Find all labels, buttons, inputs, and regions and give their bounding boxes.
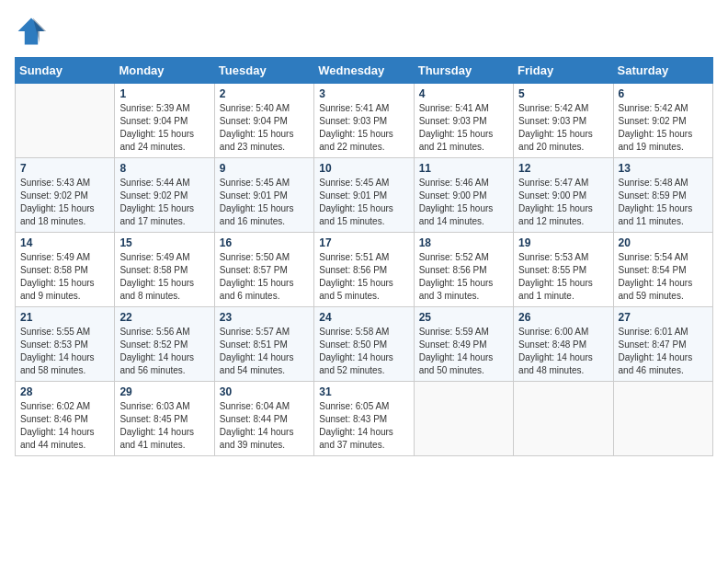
day-number: 14 [20,236,109,249]
day-number: 29 [119,385,209,398]
day-info: Sunrise: 5:54 AM Sunset: 8:54 PM Dayligh… [619,251,708,303]
day-number: 9 [220,162,309,175]
day-cell [514,382,613,456]
day-info: Sunrise: 6:02 AM Sunset: 8:46 PM Dayligh… [20,400,109,452]
day-cell: 14Sunrise: 5:49 AM Sunset: 8:58 PM Dayli… [16,233,115,307]
day-info: Sunrise: 5:42 AM Sunset: 9:02 PM Dayligh… [619,102,708,154]
day-info: Sunrise: 5:45 AM Sunset: 9:01 PM Dayligh… [220,177,309,228]
day-number: 1 [119,87,209,100]
day-cell: 8Sunrise: 5:44 AM Sunset: 9:02 PM Daylig… [115,158,214,233]
day-cell: 11Sunrise: 5:46 AM Sunset: 9:00 PM Dayli… [414,158,513,233]
day-cell: 6Sunrise: 5:42 AM Sunset: 9:02 PM Daylig… [613,84,712,158]
day-number: 20 [619,236,708,249]
day-number: 18 [419,236,508,249]
week-row-4: 21Sunrise: 5:55 AM Sunset: 8:53 PM Dayli… [16,307,713,382]
page-header [15,15,713,48]
day-number: 15 [119,236,209,249]
day-info: Sunrise: 5:58 AM Sunset: 8:50 PM Dayligh… [319,326,408,377]
day-number: 17 [319,236,408,249]
day-number: 5 [518,87,608,100]
day-info: Sunrise: 5:50 AM Sunset: 8:57 PM Dayligh… [220,251,309,303]
day-number: 22 [119,311,209,324]
day-cell: 26Sunrise: 6:00 AM Sunset: 8:48 PM Dayli… [514,307,613,382]
day-number: 13 [619,162,708,175]
logo [15,15,51,48]
day-cell: 22Sunrise: 5:56 AM Sunset: 8:52 PM Dayli… [115,307,214,382]
day-info: Sunrise: 5:39 AM Sunset: 9:04 PM Dayligh… [119,102,209,154]
day-info: Sunrise: 6:01 AM Sunset: 8:47 PM Dayligh… [619,326,708,377]
day-cell: 7Sunrise: 5:43 AM Sunset: 9:02 PM Daylig… [16,158,115,233]
day-info: Sunrise: 6:05 AM Sunset: 8:43 PM Dayligh… [319,400,408,452]
day-cell: 12Sunrise: 5:47 AM Sunset: 9:00 PM Dayli… [514,158,613,233]
day-cell: 2Sunrise: 5:40 AM Sunset: 9:04 PM Daylig… [214,84,313,158]
day-info: Sunrise: 5:42 AM Sunset: 9:03 PM Dayligh… [518,102,608,154]
week-row-3: 14Sunrise: 5:49 AM Sunset: 8:58 PM Dayli… [16,233,713,307]
day-cell: 31Sunrise: 6:05 AM Sunset: 8:43 PM Dayli… [314,382,414,456]
header-cell-tuesday: Tuesday [214,58,313,84]
day-cell: 17Sunrise: 5:51 AM Sunset: 8:56 PM Dayli… [314,233,414,307]
logo-icon [15,15,48,48]
day-cell: 29Sunrise: 6:03 AM Sunset: 8:45 PM Dayli… [115,382,214,456]
day-info: Sunrise: 5:43 AM Sunset: 9:02 PM Dayligh… [20,177,109,228]
day-info: Sunrise: 5:44 AM Sunset: 9:02 PM Dayligh… [119,177,209,228]
day-number: 4 [419,87,508,100]
day-info: Sunrise: 6:04 AM Sunset: 8:44 PM Dayligh… [220,400,309,452]
header-cell-friday: Friday [514,58,613,84]
day-number: 2 [220,87,309,100]
day-info: Sunrise: 5:56 AM Sunset: 8:52 PM Dayligh… [119,326,209,377]
day-info: Sunrise: 6:03 AM Sunset: 8:45 PM Dayligh… [119,400,209,452]
day-cell: 25Sunrise: 5:59 AM Sunset: 8:49 PM Dayli… [414,307,513,382]
day-number: 31 [319,385,408,398]
day-number: 24 [319,311,408,324]
week-row-5: 28Sunrise: 6:02 AM Sunset: 8:46 PM Dayli… [16,382,713,456]
day-info: Sunrise: 6:00 AM Sunset: 8:48 PM Dayligh… [518,326,608,377]
day-number: 27 [619,311,708,324]
header-cell-sunday: Sunday [16,58,115,84]
day-cell: 19Sunrise: 5:53 AM Sunset: 8:55 PM Dayli… [514,233,613,307]
day-info: Sunrise: 5:47 AM Sunset: 9:00 PM Dayligh… [518,177,608,228]
day-cell: 3Sunrise: 5:41 AM Sunset: 9:03 PM Daylig… [314,84,414,158]
day-cell: 9Sunrise: 5:45 AM Sunset: 9:01 PM Daylig… [214,158,313,233]
day-cell: 27Sunrise: 6:01 AM Sunset: 8:47 PM Dayli… [613,307,712,382]
calendar-body: 1Sunrise: 5:39 AM Sunset: 9:04 PM Daylig… [16,84,713,456]
calendar-header: SundayMondayTuesdayWednesdayThursdayFrid… [16,58,713,84]
header-cell-monday: Monday [115,58,214,84]
day-number: 7 [20,162,109,175]
day-number: 25 [419,311,508,324]
day-info: Sunrise: 5:41 AM Sunset: 9:03 PM Dayligh… [419,102,508,154]
header-cell-saturday: Saturday [613,58,712,84]
day-info: Sunrise: 5:53 AM Sunset: 8:55 PM Dayligh… [518,251,608,303]
day-cell: 18Sunrise: 5:52 AM Sunset: 8:56 PM Dayli… [414,233,513,307]
day-info: Sunrise: 5:59 AM Sunset: 8:49 PM Dayligh… [419,326,508,377]
day-cell [16,84,115,158]
day-number: 10 [319,162,408,175]
day-number: 3 [319,87,408,100]
day-info: Sunrise: 5:41 AM Sunset: 9:03 PM Dayligh… [319,102,408,154]
day-cell: 23Sunrise: 5:57 AM Sunset: 8:51 PM Dayli… [214,307,313,382]
day-cell [613,382,712,456]
day-number: 21 [20,311,109,324]
day-number: 23 [220,311,309,324]
calendar-table: SundayMondayTuesdayWednesdayThursdayFrid… [15,57,713,456]
day-cell: 13Sunrise: 5:48 AM Sunset: 8:59 PM Dayli… [613,158,712,233]
day-cell: 15Sunrise: 5:49 AM Sunset: 8:58 PM Dayli… [115,233,214,307]
header-cell-wednesday: Wednesday [314,58,414,84]
day-cell: 21Sunrise: 5:55 AM Sunset: 8:53 PM Dayli… [16,307,115,382]
day-cell: 24Sunrise: 5:58 AM Sunset: 8:50 PM Dayli… [314,307,414,382]
day-number: 30 [220,385,309,398]
day-info: Sunrise: 5:40 AM Sunset: 9:04 PM Dayligh… [220,102,309,154]
week-row-1: 1Sunrise: 5:39 AM Sunset: 9:04 PM Daylig… [16,84,713,158]
day-cell: 10Sunrise: 5:45 AM Sunset: 9:01 PM Dayli… [314,158,414,233]
day-info: Sunrise: 5:48 AM Sunset: 8:59 PM Dayligh… [619,177,708,228]
day-number: 16 [220,236,309,249]
day-number: 11 [419,162,508,175]
day-info: Sunrise: 5:51 AM Sunset: 8:56 PM Dayligh… [319,251,408,303]
day-number: 19 [518,236,608,249]
header-cell-thursday: Thursday [414,58,513,84]
day-cell: 4Sunrise: 5:41 AM Sunset: 9:03 PM Daylig… [414,84,513,158]
day-info: Sunrise: 5:55 AM Sunset: 8:53 PM Dayligh… [20,326,109,377]
day-cell: 5Sunrise: 5:42 AM Sunset: 9:03 PM Daylig… [514,84,613,158]
day-cell: 30Sunrise: 6:04 AM Sunset: 8:44 PM Dayli… [214,382,313,456]
day-number: 8 [119,162,209,175]
day-number: 12 [518,162,608,175]
